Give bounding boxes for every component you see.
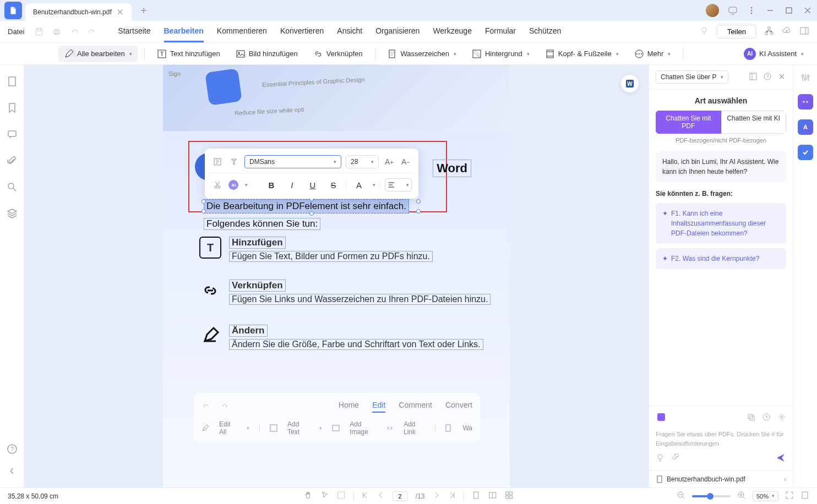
tab-view[interactable]: Ansicht [337, 21, 362, 42]
section-desc[interactable]: Fügen Sie Text, Bilder und Formen zu PDF… [229, 251, 433, 262]
history-icon[interactable] [762, 413, 771, 423]
zoom-out-icon[interactable] [677, 491, 685, 501]
fit-width-icon[interactable] [471, 491, 480, 501]
section-desc[interactable]: Ändern Sie die Größe, Farbe und Schrifta… [229, 339, 483, 350]
sitemap-icon[interactable] [764, 26, 774, 37]
redo-icon[interactable] [86, 26, 98, 38]
cloud-icon[interactable] [782, 26, 792, 37]
bold-button[interactable]: B [263, 178, 280, 192]
tab-tools[interactable]: Werkzeuge [433, 21, 472, 42]
tab-form[interactable]: Formular [485, 21, 516, 42]
cut-icon[interactable] [211, 179, 224, 191]
kebab-icon[interactable] [747, 6, 756, 15]
select-tool-icon[interactable] [320, 491, 329, 501]
new-tab-button[interactable] [137, 4, 150, 17]
header-footer-button[interactable]: Kopf- & Fußzeile▾ [540, 46, 624, 62]
zoom-in-icon[interactable] [737, 491, 746, 501]
expand-icon[interactable] [749, 72, 758, 83]
properties-icon[interactable] [211, 156, 224, 168]
layers-icon[interactable] [7, 208, 18, 219]
intro-text[interactable]: Folgendes können Sie tun: [204, 218, 320, 230]
fit-page-icon[interactable] [800, 491, 809, 501]
comments-icon[interactable] [7, 129, 18, 140]
paragraph-icon[interactable] [228, 156, 240, 168]
panel-icon[interactable] [799, 26, 809, 37]
link-button[interactable]: Verknüpfen [308, 46, 368, 62]
ai-context-dropdown[interactable]: Chatten Sie über P ▾ [656, 70, 728, 84]
tab-comment[interactable]: Kommentieren [217, 21, 267, 42]
share-button[interactable]: Teilen [717, 25, 756, 39]
underline-button[interactable]: U [304, 178, 321, 192]
export-word-badge[interactable]: W [621, 75, 639, 92]
bulb-icon[interactable] [656, 453, 665, 464]
first-page-icon[interactable] [362, 491, 369, 501]
text-align-select[interactable]: ▾ [385, 178, 412, 191]
close-window-icon[interactable] [803, 6, 813, 15]
background-button[interactable]: Hintergrund▾ [466, 46, 535, 62]
help2-icon[interactable]: ? [763, 72, 772, 83]
next-page-icon[interactable] [432, 491, 440, 501]
add-image-button[interactable]: Bild hinzufügen [230, 46, 303, 62]
tab-home[interactable]: Startseite [118, 21, 150, 42]
send-icon[interactable] [775, 452, 786, 465]
document-area[interactable]: W Essential Principles of Graphic Design… [24, 65, 649, 487]
ai-input-placeholder[interactable]: Fragen Sie etwas über PDFs. Drücken Sie … [656, 430, 786, 448]
check-tile[interactable] [798, 145, 813, 160]
ai-context-file[interactable]: Benutzerhandbuch-win.pdf › [649, 470, 793, 487]
ai-chat-tile[interactable] [798, 94, 813, 109]
read-mode-icon[interactable] [488, 491, 497, 501]
section-title[interactable]: Ändern [229, 325, 268, 337]
last-page-icon[interactable] [448, 491, 455, 501]
collapse-icon[interactable] [7, 465, 18, 476]
decrease-font-icon[interactable]: A− [400, 156, 412, 168]
increase-font-icon[interactable]: A+ [383, 156, 395, 168]
print-icon[interactable] [51, 26, 63, 38]
tab-convert[interactable]: Konvertieren [280, 21, 324, 42]
bookmarks-icon[interactable] [7, 102, 18, 113]
maximize-icon[interactable] [784, 6, 794, 15]
feedback-icon[interactable] [728, 6, 738, 15]
user-avatar[interactable] [706, 4, 719, 17]
zoom-area-icon[interactable] [337, 491, 346, 501]
minimize-icon[interactable] [765, 6, 775, 15]
italic-button[interactable]: I [284, 178, 301, 192]
zoom-slider[interactable] [692, 495, 731, 497]
copy-icon[interactable] [747, 413, 755, 423]
font-size-select[interactable]: 28 ▾ [346, 155, 379, 168]
prev-page-icon[interactable] [377, 491, 385, 501]
font-family-select[interactable]: DMSans ▾ [244, 155, 341, 168]
page-number-input[interactable] [393, 491, 408, 501]
watermark-button[interactable]: Wasserzeichen▾ [382, 46, 462, 62]
help-icon[interactable]: ? [7, 443, 18, 454]
fullscreen-icon[interactable] [785, 491, 794, 501]
tab-edit[interactable]: Bearbeiten [164, 21, 204, 42]
resize-handle[interactable] [309, 211, 314, 216]
resize-handle[interactable] [201, 199, 206, 204]
undo-icon[interactable] [68, 26, 80, 38]
more-button[interactable]: Mehr▾ [629, 46, 677, 62]
zoom-level-select[interactable]: 50%▾ [753, 491, 778, 501]
save-icon[interactable] [33, 26, 45, 38]
sliders-icon[interactable] [800, 73, 810, 84]
ai-suggestion-2[interactable]: ✦ F2. Was sind die Kernpunkte? [656, 248, 786, 269]
ai-tab-pdf[interactable]: Chatten Sie mit PDF [656, 111, 721, 134]
translate-tile[interactable]: A [798, 119, 813, 135]
attach-icon[interactable] [671, 453, 680, 464]
ai-suggestion-1[interactable]: ✦ F1. Kann ich eine Inhaltszusammenfassu… [656, 203, 786, 244]
search-icon[interactable] [7, 182, 18, 193]
ai-tab-general[interactable]: Chatten Sie mit KI [721, 111, 787, 134]
attachments-icon[interactable] [7, 155, 18, 166]
close-panel-icon[interactable] [777, 72, 786, 83]
resize-handle[interactable] [416, 209, 421, 213]
grid-view-icon[interactable] [504, 491, 513, 501]
lightbulb-icon[interactable] [699, 26, 709, 37]
document-tab[interactable]: Benutzerhandbuch-win.pdf [25, 3, 132, 21]
section-title[interactable]: Verknüpfen [229, 280, 286, 292]
close-icon[interactable] [116, 8, 124, 16]
file-menu[interactable]: Datei [8, 28, 24, 36]
add-text-button[interactable]: T Text hinzufügen [151, 46, 226, 62]
resize-handle[interactable] [416, 199, 421, 204]
thumbnails-icon[interactable] [7, 76, 18, 87]
ai-assistant-button[interactable]: AI KI Assistent▾ [738, 45, 809, 63]
ai-rewrite-icon[interactable]: AI [228, 179, 240, 191]
